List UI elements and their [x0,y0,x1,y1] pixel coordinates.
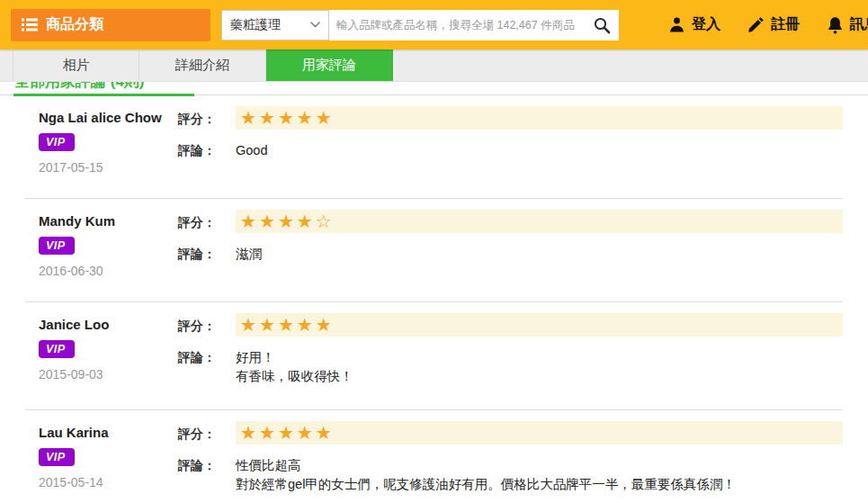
star-filled-icon: ★ [297,316,313,334]
star-filled-icon: ★ [259,316,275,334]
star-filled-icon: ★ [240,424,256,442]
reviewer-info: Janice Loo VIP 2015-09-03 [25,313,178,386]
category-menu-label: 商品分類 [46,15,103,34]
star-filled-icon: ★ [316,109,332,127]
review-body: 評分： ★★★★☆ 評論： 滋潤 [178,210,843,278]
star-filled-icon: ★ [259,424,275,442]
reviewer-info: Nga Lai alice Chow VIP 2017-05-15 [25,106,178,175]
star-filled-icon: ★ [259,109,275,127]
reviewer-name: Janice Loo [39,317,169,332]
search-input[interactable] [329,19,591,31]
top-bar: 商品分類 藥粧護理 登 [0,0,868,49]
review-item: Janice Loo VIP 2015-09-03 評分： ★★★★★ 評論： … [25,302,843,410]
messages-link[interactable]: 訊息 [827,15,868,34]
review-comment: 性價比超高對於經常gel甲的女士們，呢支修護油好有用。價格比大品牌平一半，最重要… [236,455,736,494]
star-filled-icon: ★ [297,212,313,230]
star-filled-icon: ★ [297,109,313,127]
star-filled-icon: ★ [278,424,294,442]
review-comment: Good [236,140,267,160]
review-date: 2015-09-03 [39,367,169,382]
bell-icon [827,16,844,34]
star-filled-icon: ★ [316,424,332,442]
star-filled-icon: ★ [240,212,256,230]
login-label: 登入 [692,15,720,34]
section-title-underline [13,94,194,96]
tab-photos[interactable]: 相片 [13,49,139,81]
star-rating: ★★★★★ [236,421,843,445]
review-body: 評分： ★★★★★ 評論： 性價比超高對於經常gel甲的女士們，呢支修護油好有用… [178,421,843,494]
search-group: 藥粧護理 [221,10,619,40]
reviews-list: Nga Lai alice Chow VIP 2017-05-15 評分： ★★… [0,95,868,503]
star-filled-icon: ★ [278,109,294,127]
menu-icon [22,18,38,31]
star-filled-icon: ★ [278,316,294,334]
tab-reviews[interactable]: 用家評論 [266,49,393,81]
review-date: 2017-05-15 [39,160,169,175]
category-select[interactable]: 藥粧護理 [221,10,329,40]
register-link[interactable]: 註冊 [747,15,800,34]
category-menu-button[interactable]: 商品分類 [11,9,210,41]
comment-label: 評論： [178,140,236,160]
star-filled-icon: ★ [240,316,256,334]
review-body: 評分： ★★★★★ 評論： Good [178,106,843,175]
rating-label: 評分： [178,109,236,128]
rating-label: 評分： [178,316,236,335]
vip-badge: VIP [39,133,75,151]
review-item: Nga Lai alice Chow VIP 2017-05-15 評分： ★★… [25,95,843,199]
review-item: Lau Karina VIP 2015-05-14 評分： ★★★★★ 評論： … [25,410,843,503]
vip-badge: VIP [39,448,75,466]
comment-label: 評論： [178,244,236,264]
comment-label: 評論： [178,347,236,386]
messages-label: 訊息 [850,15,868,34]
section-title: 全部用家評論 (4則) [14,81,145,91]
star-filled-icon: ★ [240,109,256,127]
review-item: Mandy Kum VIP 2016-06-30 評分： ★★★★☆ 評論： 滋… [25,199,843,302]
star-rating: ★★★★★ [236,106,843,130]
reviewer-name: Lau Karina [39,425,169,440]
search-box [329,10,619,40]
category-select-value: 藥粧護理 [230,17,281,33]
reviewer-info: Lau Karina VIP 2015-05-14 [25,421,178,494]
star-rating: ★★★★☆ [236,210,843,233]
reviewer-name: Nga Lai alice Chow [39,110,169,125]
reviews-section-header: 全部用家評論 (4則) [0,82,868,95]
top-right-links: 登入 註冊 訊息 [668,15,868,34]
comment-label: 評論： [178,455,236,494]
star-filled-icon: ★ [316,316,332,334]
vip-badge: VIP [39,237,75,255]
login-link[interactable]: 登入 [668,15,720,34]
review-comment: 好用！有香味，吸收得快！ [236,347,353,386]
star-filled-icon: ★ [278,212,294,230]
tab-details[interactable]: 詳細介紹 [139,49,266,81]
search-icon[interactable] [591,16,618,34]
reviewer-info: Mandy Kum VIP 2016-06-30 [25,210,178,278]
star-rating: ★★★★★ [236,313,843,337]
review-body: 評分： ★★★★★ 評論： 好用！有香味，吸收得快！ [178,313,843,386]
star-filled-icon: ★ [297,424,313,442]
pencil-icon [747,16,765,33]
rating-label: 評分： [178,424,236,443]
register-label: 註冊 [771,15,800,34]
user-icon [668,16,685,33]
star-empty-icon: ☆ [316,212,332,230]
review-date: 2016-06-30 [39,264,169,278]
vip-badge: VIP [39,340,75,358]
chevron-down-icon [310,22,320,28]
review-comment: 滋潤 [236,244,262,264]
rating-label: 評分： [178,212,236,231]
star-filled-icon: ★ [259,212,275,230]
reviewer-name: Mandy Kum [39,213,169,229]
review-date: 2015-05-14 [39,475,169,490]
tab-bar: 相片 詳細介紹 用家評論 [0,49,868,82]
